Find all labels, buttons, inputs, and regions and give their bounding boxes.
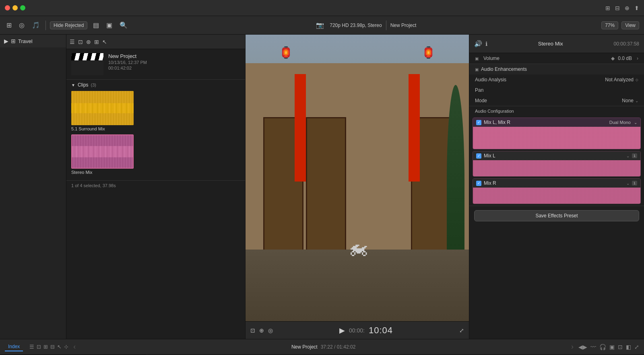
tl-list-icon[interactable]: ☰: [29, 344, 34, 350]
sliders-icon[interactable]: ⊕: [625, 5, 630, 11]
audio-config-section: Audio Configuration ✓ Mix L, Mix R Dual …: [469, 106, 644, 206]
titlebar-icons: ⊞ ⊟ ⊕ ⬆: [605, 5, 639, 11]
play-icon: ▶: [4, 38, 8, 44]
layout-icon[interactable]: ⊟: [615, 5, 620, 11]
browser-icons: ☰ ⊡ ⊛ ⊞ ↖: [70, 39, 107, 45]
timeline-toolbar: Index ☰ ⊡ ⊞ ⊟ ↖ ⊹ ‹ New Project 37:22 / …: [0, 339, 644, 355]
tl-center: New Project 37:22 / 01:42:02: [80, 344, 566, 350]
tl-clip-icon[interactable]: ◧: [626, 344, 631, 350]
clip-thumbnail-2[interactable]: [71, 134, 134, 169]
timecode-prefix: 00:00:: [349, 327, 365, 334]
mix-r-arrow-icon[interactable]: ⌄: [626, 181, 630, 186]
inspector-panel: 🔊 ℹ Stereo Mix 00:00:37:58 ▣ Volume ◆ 0.…: [469, 35, 644, 339]
photos-icon[interactable]: ◎: [17, 21, 26, 30]
angle-icon[interactable]: ⊛: [86, 39, 91, 45]
tl-arrow-icon[interactable]: ↖: [57, 344, 62, 350]
tl-timecode-display: 37:22 / 01:42:02: [321, 344, 356, 350]
tl-flow-icon[interactable]: ⊡: [37, 344, 41, 350]
volume-toggle-icon[interactable]: ▣: [475, 56, 479, 61]
channel-waveform-main: [473, 127, 640, 149]
view-mode-icon[interactable]: ▤: [91, 21, 101, 30]
project-duration: 00:01:42:02: [108, 66, 147, 70]
main-layout: ▶ ⊞ Travel ☰ ⊡ ⊛ ⊞ ↖: [0, 35, 644, 339]
project-thumbnail: [71, 53, 103, 75]
info-icon[interactable]: ℹ: [485, 41, 487, 47]
list-view-icon[interactable]: ☰: [70, 39, 75, 45]
clips-header: ▼ Clips (3): [71, 82, 240, 88]
tl-nav-right-icon[interactable]: ›: [571, 343, 574, 351]
clip-thumbnail-1[interactable]: [71, 91, 134, 125]
sidebar-header: ▶ ⊞ Travel: [0, 35, 66, 47]
tl-waveform-icon[interactable]: 〰: [590, 344, 596, 350]
tl-split-icon[interactable]: ⊟: [50, 344, 55, 350]
tl-video-icon[interactable]: ▣: [609, 344, 615, 350]
dual-mono-arrow-icon[interactable]: ⌄: [634, 120, 637, 125]
channel-checkbox-2[interactable]: ✓: [476, 153, 481, 159]
project-name-label: New Project: [108, 53, 147, 59]
channel-mix-r-waveform: [473, 188, 640, 204]
transform-icon[interactable]: ⊕: [259, 327, 264, 334]
zoom-level[interactable]: 77%: [601, 21, 618, 29]
pan-row: Pan: [469, 85, 644, 95]
filter-dropdown[interactable]: Hide Rejected: [50, 21, 87, 29]
project-date: 10/13/16, 12:37 PM: [108, 60, 147, 65]
fullscreen-button[interactable]: [20, 5, 25, 10]
clip-item-2[interactable]: Stereo Mix: [71, 134, 240, 175]
arrow-tool-icon[interactable]: ↖: [102, 39, 107, 45]
volume-icon: 🔊: [474, 40, 482, 47]
clips-section: ▼ Clips (3) 5.1 Surround Mix Stereo Mix: [66, 80, 245, 180]
channel-name-3: Mix R: [484, 180, 622, 186]
minimize-button[interactable]: [12, 5, 18, 10]
volume-diamond-icon[interactable]: ◆: [611, 56, 615, 61]
channel-name-2: Mix L: [484, 153, 622, 159]
clips-count: (3): [91, 83, 96, 87]
clip-item-1[interactable]: 5.1 Surround Mix: [71, 91, 240, 131]
tl-headphone-icon[interactable]: 🎧: [599, 344, 606, 350]
library-icon[interactable]: ⊞: [5, 21, 13, 30]
tl-select-icon[interactable]: ⊹: [64, 344, 68, 350]
speed-icon[interactable]: ◎: [268, 327, 273, 334]
tab-index[interactable]: Index: [5, 343, 23, 351]
share-icon[interactable]: ⬆: [634, 5, 639, 11]
browser-status: 1 of 4 selected, 37.98s: [66, 180, 245, 190]
toolbar: ⊞ ◎ 🎵 Hide Rejected ▤ ▣ 🔍 📷 720p HD 23.9…: [0, 16, 644, 35]
timecode-display: 10:04: [369, 325, 393, 336]
fullscreen-icon[interactable]: ⤢: [459, 327, 464, 334]
view-button[interactable]: View: [621, 21, 639, 29]
channel-mix-lr: ✓ Mix L, Mix R Dual Mono ⌄: [473, 118, 641, 149]
tl-grid-icon[interactable]: ⊞: [43, 344, 48, 350]
split-view-icon[interactable]: ⊞: [94, 39, 99, 45]
channel-solo-btn[interactable]: 1: [632, 153, 637, 158]
sidebar-title: Travel: [18, 38, 33, 44]
section-toggle-icon[interactable]: ▣: [475, 67, 479, 72]
mode-label: Mode: [475, 98, 622, 103]
channel-checkbox-1[interactable]: ✓: [476, 120, 481, 125]
close-button[interactable]: [5, 5, 10, 10]
noise-icon[interactable]: ⊹: [635, 78, 638, 82]
clip-icon[interactable]: ▣: [105, 21, 114, 30]
audio-analysis-value: Not Analyzed: [605, 77, 634, 83]
audio-enhancements-header: ▣ Audio Enhancements: [469, 64, 644, 74]
tl-nav-left-icon[interactable]: ‹: [73, 343, 76, 351]
audio-icon[interactable]: 🎵: [30, 21, 41, 30]
mix-l-arrow-icon[interactable]: ⌄: [626, 154, 630, 158]
channel-solo-btn-2[interactable]: 1: [632, 181, 637, 186]
mode-arrow-icon[interactable]: ⌄: [635, 99, 638, 103]
tl-expand-icon[interactable]: ⤢: [634, 344, 639, 350]
tl-right-icons: ◀▶ 〰 🎧 ▣ ⊡ ◧ ⤢: [578, 344, 639, 350]
channel-checkbox-3[interactable]: ✓: [476, 181, 481, 186]
search-icon[interactable]: 🔍: [118, 21, 129, 30]
flow-view-icon[interactable]: ⊡: [78, 39, 83, 45]
fit-icon[interactable]: ⊡: [250, 327, 255, 334]
save-effects-preset-button[interactable]: Save Effects Preset: [474, 210, 639, 221]
tl-caption-icon[interactable]: ⊡: [618, 344, 623, 350]
tl-audio-icon[interactable]: ◀▶: [578, 344, 587, 350]
clips-title: Clips: [78, 82, 89, 88]
grid-view-icon[interactable]: ⊞: [605, 5, 610, 11]
volume-expand-icon[interactable]: ›: [637, 56, 638, 61]
bottom-section: Index ☰ ⊡ ⊞ ⊟ ↖ ⊹ ‹ New Project 37:22 / …: [0, 339, 644, 355]
tl-view-icons: ☰ ⊡ ⊞ ⊟ ↖ ⊹: [29, 344, 68, 350]
play-button[interactable]: ▶: [339, 326, 345, 335]
project-meta: New Project 10/13/16, 12:37 PM 00:01:42:…: [108, 53, 147, 75]
audio-enhancements-section: ▣ Audio Enhancements Audio Analysis Not …: [469, 64, 644, 106]
